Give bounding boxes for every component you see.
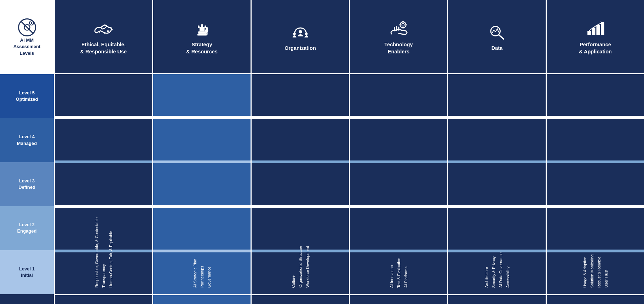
chart-up-icon bbox=[585, 18, 606, 39]
domain-body-technology: AI Innovation Test & Evaluation AI Platf… bbox=[350, 74, 447, 294]
perf-text-2: Solution Monitoring bbox=[590, 255, 594, 288]
domain-title-data: Data bbox=[491, 45, 502, 52]
domain-texts-technology: AI Innovation Test & Evaluation AI Platf… bbox=[350, 74, 447, 291]
svg-rect-25 bbox=[399, 24, 401, 25]
domain-header-strategy: Strategy & Resources bbox=[153, 0, 251, 74]
org-text-2: Organizational Structure bbox=[298, 246, 303, 288]
domain-footer-strategy bbox=[153, 294, 251, 304]
level-3-label: Level 3Defined bbox=[0, 162, 54, 206]
domain-body-strategy: AI Strategic Plan Partnerships Governanc… bbox=[153, 74, 251, 294]
data-text-1: Architecture bbox=[484, 267, 489, 288]
svg-point-15 bbox=[206, 27, 208, 29]
perf-text-1: Usage & Adoption bbox=[583, 257, 587, 288]
sidebar-title: AI MM Assessment Levels bbox=[13, 37, 41, 57]
strategy-text-1: AI Strategic Plan bbox=[193, 259, 197, 288]
strategy-text-2: Partnerships bbox=[200, 266, 204, 288]
level-4-label: Level 4Managed bbox=[0, 118, 54, 162]
domain-header-organization: Organization bbox=[252, 0, 349, 74]
org-text-1: Culture bbox=[291, 275, 295, 288]
svg-rect-32 bbox=[592, 28, 595, 35]
domain-col-ethical: Ethical, Equitable, & Responsible Use Re… bbox=[55, 0, 152, 304]
org-text-3: Workforce Development bbox=[305, 246, 310, 288]
svg-rect-23 bbox=[402, 21, 404, 23]
domain-title-performance: Performance & Application bbox=[579, 41, 612, 55]
level-5-label: Level 5Optimized bbox=[0, 74, 54, 118]
svg-point-29 bbox=[492, 32, 493, 33]
data-text-2: Security & Privacy bbox=[491, 256, 496, 288]
ethical-text-2: Transparency bbox=[102, 264, 106, 288]
domain-texts-organization: Culture Organizational Structure Workfor… bbox=[252, 74, 349, 291]
domain-title-technology: Technology Enablers bbox=[384, 41, 413, 55]
svg-point-18 bbox=[299, 30, 302, 34]
domain-title-strategy: Strategy & Resources bbox=[186, 41, 218, 55]
svg-rect-11 bbox=[198, 25, 200, 28]
domain-body-data: Architecture Security & Privacy AI Data … bbox=[448, 74, 546, 294]
sidebar: AI MM Assessment Levels Level 5Optimized… bbox=[0, 0, 55, 304]
svg-point-5 bbox=[98, 31, 100, 33]
domain-footer-performance bbox=[547, 294, 644, 304]
domain-body-organization: Culture Organizational Structure Workfor… bbox=[252, 74, 349, 294]
svg-line-28 bbox=[499, 35, 503, 39]
domain-header-data: Data bbox=[448, 0, 546, 74]
sidebar-header: AI MM Assessment Levels bbox=[0, 0, 54, 74]
level-list: Level 5Optimized Level 4Managed Level 3D… bbox=[0, 74, 54, 294]
domain-col-technology: Technology Enablers AI Innovation Test & bbox=[349, 0, 447, 304]
domain-footer-data bbox=[448, 294, 546, 304]
domain-body-ethical: Responsible, Governable, & Contestable T… bbox=[55, 74, 152, 294]
domain-header-ethical: Ethical, Equitable, & Responsible Use bbox=[55, 0, 152, 74]
domain-footer-ethical bbox=[55, 294, 152, 304]
svg-rect-26 bbox=[405, 24, 407, 25]
domain-texts-performance: Usage & Adoption Solution Monitoring Rob… bbox=[547, 74, 644, 291]
chess-icon bbox=[191, 18, 213, 39]
gear-hand-icon bbox=[388, 18, 409, 39]
handshake-icon bbox=[93, 18, 114, 39]
svg-point-4 bbox=[30, 22, 32, 24]
svg-rect-12 bbox=[201, 24, 203, 28]
perf-text-4: User Trust bbox=[604, 270, 608, 288]
domain-header-performance: Performance & Application bbox=[547, 0, 644, 74]
domain-col-data: Data Architecture Security & Privacy bbox=[447, 0, 546, 304]
domain-footer-technology bbox=[350, 294, 447, 304]
svg-rect-33 bbox=[596, 25, 600, 35]
domain-footer-organization bbox=[252, 294, 349, 304]
data-text-4: Accessibility bbox=[506, 267, 510, 288]
domain-col-organization: Organization Culture Organizational Stru bbox=[251, 0, 349, 304]
strategy-text-3: Governance bbox=[207, 267, 211, 288]
data-search-icon bbox=[487, 22, 508, 43]
domain-title-ethical: Ethical, Equitable, & Responsible Use bbox=[80, 41, 127, 55]
svg-rect-24 bbox=[402, 27, 404, 29]
svg-point-21 bbox=[400, 22, 406, 28]
tech-text-3: AI Platforms bbox=[404, 267, 408, 288]
domain-texts-data: Architecture Security & Privacy AI Data … bbox=[448, 74, 546, 291]
svg-rect-16 bbox=[206, 32, 207, 33]
svg-point-30 bbox=[498, 31, 499, 33]
domain-col-performance: Performance & Application Usage & Adopti… bbox=[546, 0, 644, 304]
domain-title-organization: Organization bbox=[284, 45, 316, 52]
svg-point-19 bbox=[293, 33, 295, 35]
svg-point-7 bbox=[107, 30, 109, 32]
perf-text-3: Robust & Reliable bbox=[597, 257, 601, 288]
ethical-text-1: Responsible, Governable, & Contestable bbox=[94, 217, 99, 288]
svg-rect-8 bbox=[198, 31, 206, 34]
svg-rect-17 bbox=[205, 33, 208, 34]
sidebar-footer bbox=[0, 294, 54, 304]
domain-texts-strategy: AI Strategic Plan Partnerships Governanc… bbox=[153, 74, 251, 291]
domain-header-technology: Technology Enablers bbox=[350, 0, 447, 74]
domain-body-performance: Usage & Adoption Solution Monitoring Rob… bbox=[547, 74, 644, 294]
svg-point-6 bbox=[104, 32, 105, 34]
main-container: AI MM Assessment Levels Level 5Optimized… bbox=[0, 0, 644, 304]
svg-point-20 bbox=[305, 33, 307, 35]
level-2-label: Level 2Engaged bbox=[0, 206, 54, 250]
domains-area: Ethical, Equitable, & Responsible Use Re… bbox=[55, 0, 644, 304]
domain-texts-ethical: Responsible, Governable, & Contestable T… bbox=[55, 74, 152, 291]
svg-point-22 bbox=[402, 24, 404, 26]
organization-icon bbox=[290, 22, 311, 43]
ethical-text-3: Human-Centric, Fair, & Equitable bbox=[109, 231, 113, 288]
data-text-3: AI Data Governance bbox=[499, 252, 503, 288]
tech-text-1: AI Innovation bbox=[390, 265, 394, 288]
domain-col-strategy: Strategy & Resources AI Strategic Plan P bbox=[152, 0, 251, 304]
tech-text-2: Test & Evaluation bbox=[397, 258, 401, 288]
level-1-label: Level 1Initial bbox=[0, 250, 54, 294]
ai-mm-logo-icon bbox=[17, 18, 37, 37]
